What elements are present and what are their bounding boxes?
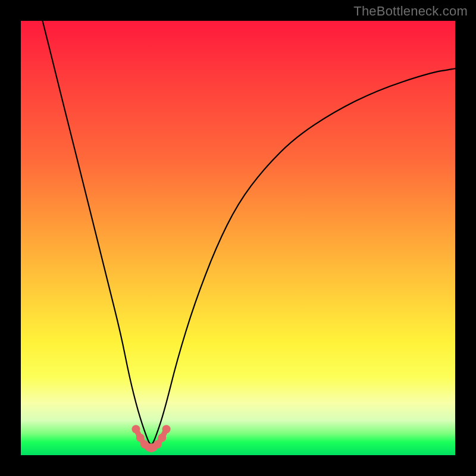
curve-svg [21,21,455,455]
bottleneck-curve [43,21,456,444]
valley-marker [158,434,166,442]
valley-marker [145,443,153,452]
valley-marker [147,444,155,452]
valley-markers [132,425,171,452]
valley-marker [136,434,145,442]
valley-marker [132,425,140,433]
valley-marker [162,425,171,433]
plot-area [21,21,455,455]
chart-frame: TheBottleneck.com [0,0,476,476]
valley-marker [149,443,158,452]
watermark-text: TheBottleneck.com [353,4,468,19]
valley-marker [140,440,149,449]
valley-marker [154,440,162,449]
valley-connector [136,429,167,448]
